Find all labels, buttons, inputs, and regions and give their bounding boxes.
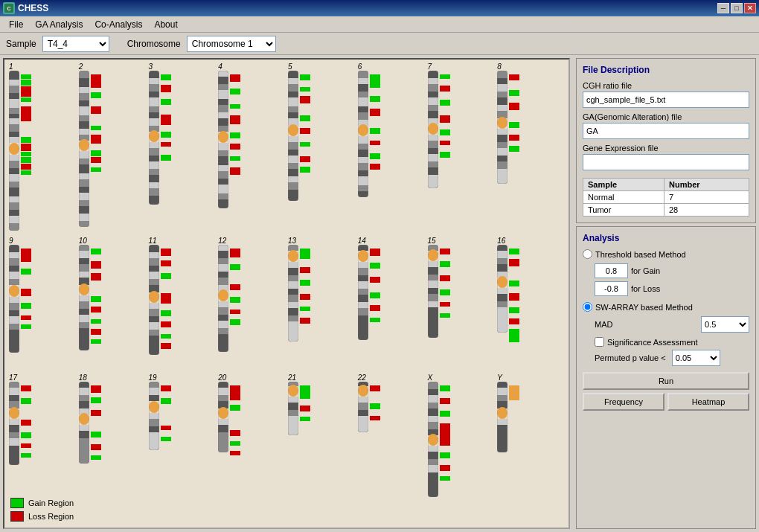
- svg-rect-294: [79, 382, 89, 388]
- app-icon: C: [3, 2, 15, 14]
- svg-rect-287: [9, 419, 19, 425]
- svg-rect-18: [9, 174, 19, 182]
- svg-rect-152: [497, 71, 507, 78]
- svg-rect-25: [9, 223, 19, 231]
- chromosome-11: 11: [147, 237, 217, 355]
- svg-rect-83: [218, 143, 228, 150]
- svg-rect-34: [79, 115, 89, 121]
- svg-rect-124: [358, 144, 368, 150]
- threshold-label: Threshold based Method: [595, 250, 686, 259]
- svg-rect-260: [428, 261, 438, 267]
- tumor-value: 28: [664, 204, 749, 217]
- loss-threshold-input[interactable]: [595, 281, 628, 296]
- svg-rect-43: [79, 179, 89, 187]
- svg-rect-154: [497, 84, 507, 92]
- gain-threshold-input[interactable]: [595, 263, 628, 278]
- table-col1: Sample: [583, 179, 664, 191]
- svg-rect-138: [428, 97, 438, 105]
- svg-rect-187: [79, 264, 89, 272]
- chromosome-16: 16: [496, 237, 566, 342]
- menu-co-analysis[interactable]: Co-Analysis: [89, 18, 148, 31]
- ga-input[interactable]: [583, 123, 749, 139]
- svg-rect-110: [288, 182, 298, 190]
- svg-rect-57: [149, 106, 159, 112]
- svg-rect-68: [149, 182, 159, 188]
- svg-rect-107: [288, 163, 298, 169]
- pvalue-select[interactable]: 0.05 0.01 0.1: [672, 350, 720, 366]
- chromosome-1: 1: [7, 63, 77, 231]
- svg-rect-96: [288, 84, 298, 92]
- svg-rect-267: [428, 307, 438, 338]
- svg-rect-217: [218, 258, 228, 264]
- svg-point-349: [428, 434, 438, 446]
- svg-rect-228: [218, 334, 228, 352]
- svg-point-206: [149, 291, 159, 303]
- chromosome-panel: 1: [3, 58, 570, 529]
- svg-rect-236: [288, 281, 298, 289]
- sample-select[interactable]: T4_4 T4_3 T4_2: [42, 36, 109, 52]
- minimize-button[interactable]: ─: [717, 3, 729, 13]
- svg-rect-111: [288, 190, 298, 201]
- svg-rect-351: [428, 452, 438, 459]
- threshold-radio[interactable]: [583, 249, 592, 259]
- chr1-markers: [21, 71, 31, 231]
- svg-rect-79: [218, 112, 228, 118]
- chromosome-select[interactable]: Chromosome 1 Chromosome 2 Chromosome 3 C…: [187, 36, 276, 52]
- svg-rect-341: [428, 382, 438, 389]
- svg-point-102: [288, 124, 298, 136]
- svg-point-142: [428, 123, 438, 135]
- run-button[interactable]: Run: [583, 372, 749, 390]
- svg-rect-119: [358, 106, 368, 112]
- svg-rect-130: [358, 185, 368, 191]
- pvalue-label: Permuted p value <: [595, 353, 666, 362]
- frequency-button[interactable]: Frequency: [583, 393, 664, 411]
- svg-rect-165: [497, 161, 507, 169]
- svg-point-319: [218, 407, 228, 419]
- heatmap-button[interactable]: Heatmap: [667, 393, 749, 411]
- maximize-button[interactable]: □: [731, 3, 743, 13]
- svg-rect-172: [9, 266, 19, 272]
- svg-rect-212: [149, 336, 159, 355]
- svg-rect-297: [79, 401, 89, 408]
- svg-rect-73: [218, 71, 228, 77]
- svg-rect-174: [9, 279, 19, 285]
- svg-rect-216: [218, 251, 228, 258]
- ga-label: GA(Genomic Alteration) file: [583, 112, 749, 121]
- svg-rect-55: [149, 92, 159, 97]
- svg-rect-85: [218, 156, 228, 165]
- svg-rect-279: [497, 307, 507, 333]
- menu-file[interactable]: File: [3, 18, 29, 31]
- swarray-radio[interactable]: [583, 302, 592, 312]
- chr1-label: 1: [9, 63, 13, 71]
- svg-rect-354: [428, 472, 438, 497]
- svg-rect-358: [497, 388, 507, 395]
- svg-rect-171: [9, 258, 19, 266]
- svg-point-122: [358, 124, 368, 136]
- chromosome-18: 18: [77, 374, 147, 464]
- mad-label: MAD: [595, 320, 612, 329]
- svg-rect-170: [9, 252, 19, 258]
- svg-rect-242: [288, 321, 298, 342]
- close-button[interactable]: ✕: [744, 3, 756, 13]
- svg-rect-161: [497, 135, 507, 142]
- svg-rect-136: [428, 84, 438, 92]
- svg-rect-149: [428, 175, 438, 188]
- significance-checkbox[interactable]: [595, 337, 604, 347]
- svg-rect-56: [149, 97, 159, 106]
- gene-input[interactable]: [583, 154, 749, 170]
- svg-rect-179: [9, 316, 19, 324]
- mad-select[interactable]: 0.5 0.4 0.3: [701, 316, 749, 333]
- svg-rect-52: [149, 71, 159, 78]
- chromosome-label: Chromosome: [127, 39, 181, 49]
- svg-point-175: [9, 285, 19, 297]
- menu-about[interactable]: About: [148, 18, 183, 31]
- svg-rect-76: [218, 90, 228, 99]
- menu-ga-analysis[interactable]: GA Analysis: [29, 18, 89, 31]
- svg-rect-177: [9, 303, 19, 310]
- svg-rect-283: [9, 388, 19, 395]
- svg-rect-155: [497, 92, 507, 97]
- normal-value: 7: [664, 191, 749, 204]
- normal-label: Normal: [583, 191, 664, 204]
- cgh-input[interactable]: [583, 92, 749, 108]
- svg-rect-254: [358, 308, 368, 315]
